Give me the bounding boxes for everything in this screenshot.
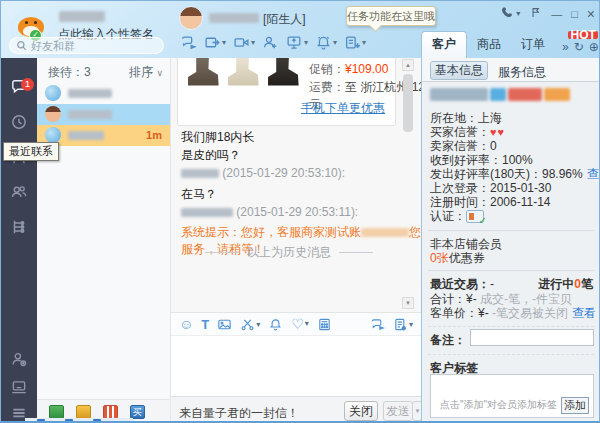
refresh-icon[interactable]: ↻: [574, 40, 584, 54]
caret-icon[interactable]: ▾: [362, 38, 366, 47]
emoji-icon[interactable]: ☺: [179, 317, 193, 331]
reminder-bell-icon[interactable]: [268, 317, 283, 332]
window-controls: ▾ — □ ×: [491, 5, 595, 22]
alarm-reminder-icon[interactable]: ▾: [315, 34, 337, 51]
send-button[interactable]: 发送: [383, 401, 413, 421]
taskbar-peek: [25, 418, 133, 423]
add-plugin-icon[interactable]: ⊕: [589, 40, 599, 54]
sort-caret-icon: ∨: [156, 68, 163, 78]
phone-call-icon[interactable]: [500, 5, 514, 22]
contact-row-2-selected[interactable]: [37, 104, 170, 125]
scroll-up-icon[interactable]: ▲: [402, 59, 414, 71]
message-input-area[interactable]: [171, 336, 421, 396]
chat-log-icon[interactable]: [370, 317, 385, 332]
caret-icon[interactable]: ▾: [304, 38, 308, 47]
scroll-thumb[interactable]: [403, 74, 413, 132]
caret-icon[interactable]: ▾: [256, 320, 260, 329]
transfer-chat-icon[interactable]: [180, 34, 197, 51]
footer-notice: 来自量子君的一封信！: [179, 405, 299, 422]
scroll-down-icon[interactable]: ▼: [402, 297, 414, 309]
video-call-icon[interactable]: ▾: [233, 34, 255, 51]
customer-info-panel: 基本信息 服务信息 所在地：上海 买家信誉：♥♥ 卖家信誉：0 收到好评率：10…: [421, 58, 600, 423]
buyer-rating-hearts-icon: ♥♥: [490, 126, 505, 138]
calculator-icon[interactable]: [317, 317, 332, 332]
send-image-icon[interactable]: [217, 317, 232, 332]
chat-column: 促销：¥109.00 运费：至 浙江杭州 12.00 元 手机下单更优惠 我们脚…: [171, 58, 421, 423]
pin-window-icon[interactable]: [529, 6, 542, 22]
tab-products[interactable]: 商品: [467, 32, 511, 58]
friends-groups-icon[interactable]: [10, 183, 28, 201]
contact-avatar: [45, 85, 61, 101]
recent-contacts-tooltip: 最近联系: [3, 142, 59, 161]
caret-icon[interactable]: ▾: [222, 38, 226, 47]
chat-footer: 来自量子君的一封信！ 关闭 发送 ▾: [171, 396, 421, 423]
buyer-message: 是皮的吗？: [181, 147, 241, 164]
search-box[interactable]: [9, 37, 164, 54]
message-meta: (2015-01-29 20:53:10):: [181, 166, 345, 180]
nav-sidebar: [1, 58, 37, 423]
chat-scrollbar[interactable]: ▲ ▼: [402, 59, 414, 309]
quick-reply-icon[interactable]: ▾: [393, 317, 413, 332]
org-structure-icon[interactable]: [10, 218, 28, 236]
shop-icon[interactable]: [103, 405, 118, 419]
wangwang-window: ✓ 点此输入个性签名 [陌生人] ▾ ▾ ▾ ▾ ▾ 任务功能在这里哦 ▾ —: [0, 0, 600, 423]
message-meta: (2015-01-29 20:53:11):: [181, 205, 358, 219]
caret-icon[interactable]: ▾: [305, 317, 309, 331]
more-tabs-icon[interactable]: »: [562, 40, 569, 54]
close-button[interactable]: ×: [587, 7, 595, 21]
add-contact-icon[interactable]: [262, 34, 279, 51]
customer-tags-box: 点击"添加"对会员添加标签 添加: [430, 374, 594, 418]
forward-icon[interactable]: ▾: [204, 34, 226, 51]
screenshot-scissors-icon[interactable]: ▾: [240, 317, 260, 332]
minimize-button[interactable]: —: [551, 7, 562, 21]
buyer-message: 我们脚18内长: [181, 129, 254, 146]
contact-name-redacted: [68, 131, 104, 140]
subtab-service-info[interactable]: 服务信息: [498, 64, 546, 81]
phone-caret-icon[interactable]: ▾: [516, 7, 520, 21]
screen-share-icon[interactable]: ▾: [286, 34, 308, 51]
close-chat-button[interactable]: 关闭: [344, 401, 378, 421]
peer-stranger-tag: [陌生人]: [263, 11, 306, 28]
buy-icon[interactable]: 买: [130, 405, 145, 419]
mobile-order-link[interactable]: 手机下单更优惠: [301, 100, 385, 117]
search-icon: [16, 40, 27, 51]
caret-icon[interactable]: ▾: [251, 38, 255, 47]
wait-time-badge: 1m: [146, 129, 162, 141]
device-manager-icon[interactable]: [10, 378, 28, 396]
peer-avatar[interactable]: [179, 6, 203, 30]
sender-name-redacted: [181, 208, 233, 217]
caret-icon[interactable]: ▾: [409, 320, 413, 329]
wallet-icon[interactable]: [76, 405, 91, 419]
history-clock-icon[interactable]: [10, 113, 28, 131]
tab-orders[interactable]: 订单: [511, 32, 555, 58]
product-card[interactable]: 促销：¥109.00 运费：至 浙江杭州 12.00 元 手机下单更优惠: [177, 58, 396, 126]
subtab-basic-info[interactable]: 基本信息: [430, 61, 488, 80]
maximize-button[interactable]: □: [571, 7, 578, 21]
view-rate-link[interactable]: 查看: [587, 167, 600, 181]
caret-icon[interactable]: ▾: [333, 38, 337, 47]
contact-row-1[interactable]: [37, 83, 170, 104]
search-input[interactable]: [31, 40, 141, 52]
favorite-heart-icon[interactable]: ♡▾: [291, 317, 309, 331]
titlebar: ✓ 点此输入个性签名 [陌生人] ▾ ▾ ▾ ▾ ▾ 任务功能在这里哦 ▾ —: [1, 1, 600, 58]
product-image: [266, 58, 300, 87]
trade-manage-icon[interactable]: [49, 405, 64, 419]
view-closed-link[interactable]: 查看: [572, 306, 596, 320]
info-certification: 认证：✓: [430, 208, 484, 225]
sort-dropdown[interactable]: 排序 ∨: [129, 64, 163, 81]
tab-customer[interactable]: 客户: [421, 31, 467, 58]
font-format-icon[interactable]: T: [201, 317, 209, 332]
note-label: 备注：: [430, 332, 466, 349]
info-subtabs: 基本信息 服务信息: [422, 58, 600, 82]
reception-count: 接待：3: [48, 64, 91, 81]
id-cert-icon[interactable]: ✓: [466, 210, 484, 223]
contact-avatar: [45, 106, 61, 122]
contact-name-redacted: [68, 89, 112, 98]
add-tag-button[interactable]: 添加: [561, 397, 589, 414]
account-settings-icon[interactable]: [10, 350, 28, 368]
history-divider: 以上为历史消息: [171, 244, 407, 261]
note-input[interactable]: [470, 329, 594, 346]
task-create-icon[interactable]: ▾: [344, 34, 366, 51]
promo-price: ¥109.00: [345, 62, 388, 76]
contact-name-redacted: [68, 110, 112, 119]
